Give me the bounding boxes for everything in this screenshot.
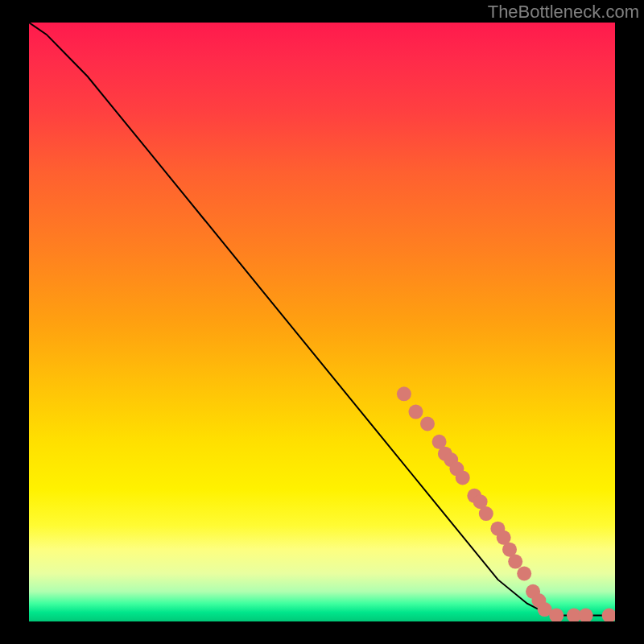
data-marker bbox=[579, 609, 593, 621]
data-marker bbox=[397, 386, 411, 401]
data-marker bbox=[517, 567, 531, 581]
data-marker bbox=[479, 506, 493, 521]
data-marker bbox=[508, 555, 522, 569]
chart-svg bbox=[29, 23, 615, 621]
chart-frame: TheBottleneck.com bbox=[0, 0, 644, 644]
data-marker bbox=[456, 470, 470, 485]
data-marker bbox=[602, 609, 615, 621]
data-marker bbox=[420, 417, 435, 431]
watermark-text: TheBottleneck.com bbox=[488, 2, 639, 23]
plot-area bbox=[29, 23, 615, 621]
curve-line bbox=[29, 23, 615, 616]
data-marker bbox=[409, 405, 423, 419]
